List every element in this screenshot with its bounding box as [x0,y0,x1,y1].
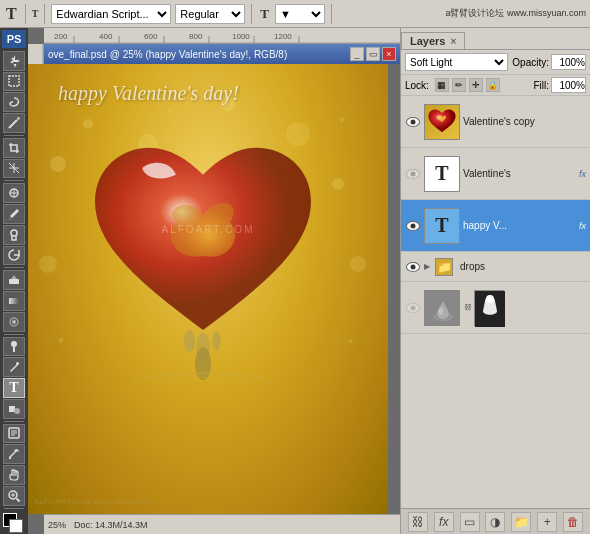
healing-brush-tool[interactable] [3,183,25,203]
tool-divider-6 [4,508,24,509]
layer-mask-btn[interactable]: ▭ [460,512,480,532]
fill-input[interactable] [551,77,586,93]
layer-thumb-1 [424,104,460,140]
doc-info: Doc: 14.3M/14.3M [74,520,148,530]
eraser-tool[interactable] [3,270,25,290]
lock-image-btn[interactable]: ✏ [452,78,466,92]
font-family-select[interactable]: Edwardian Script... [51,4,171,24]
svg-point-45 [350,256,366,272]
lock-all-btn[interactable]: 🔒 [486,78,500,92]
fg-bg-colors[interactable] [3,513,25,533]
layer-item-valentines-copy[interactable]: Valentine's copy [401,96,590,148]
adjustment-layer-btn[interactable]: ◑ [485,512,505,532]
layer-visibility-1[interactable] [405,114,421,130]
svg-point-15 [14,408,20,414]
lock-position-btn[interactable]: ✛ [469,78,483,92]
layer-thumb-3: T [424,208,460,244]
folder-arrow[interactable]: ▶ [424,262,430,271]
pen-tool[interactable] [3,357,25,377]
layer-item-drops[interactable]: ▶ 📁 drops [401,252,590,282]
zoom-tool[interactable] [3,486,25,506]
doc-restore-btn[interactable]: ▭ [366,47,380,61]
layer-visibility-5[interactable] [405,300,421,316]
shape-tool[interactable] [3,399,25,419]
canvas-area: 200 400 600 800 1000 1200 ove_final.ps [28,28,400,534]
text-tool-large-icon[interactable]: T [4,5,19,23]
svg-point-11 [11,341,17,347]
eyedropper-tool[interactable] [3,444,25,464]
svg-point-62 [486,295,494,303]
svg-point-54 [212,331,220,350]
blend-mode-select[interactable]: Soft Light [405,53,508,71]
layer-visibility-4[interactable] [405,259,421,275]
text-tool-small-icon[interactable]: T [32,8,39,19]
delete-layer-btn[interactable]: 🗑 [563,512,583,532]
layer-name-1: Valentine's copy [463,116,586,127]
opacity-row: Opacity: [512,54,586,70]
lock-row: Lock: ▦ ✏ ✛ 🔒 Fill: [401,75,590,96]
heart-container [58,114,348,384]
layer-name-4: drops [460,261,586,272]
svg-point-60 [438,307,443,314]
crop-tool[interactable] [3,138,25,158]
text-tool[interactable]: T [3,378,25,398]
hand-tool[interactable] [3,465,25,485]
svg-line-1 [9,120,17,128]
svg-point-10 [12,320,16,324]
gradient-tool[interactable] [3,291,25,311]
blur-tool[interactable] [3,312,25,332]
magic-wand-tool[interactable] [3,113,25,133]
status-bar: 25% Doc: 14.3M/14.3M [44,514,400,534]
layers-tab-bar: Layers × [401,28,590,50]
doc-minimize-btn[interactable]: _ [350,47,364,61]
tool-divider-1 [4,135,24,136]
new-group-btn[interactable]: 📁 [511,512,531,532]
toolbar-sep-2 [44,4,45,24]
layer-link-icon[interactable]: ⛓ [463,300,473,316]
layers-tab-close[interactable]: × [451,36,457,47]
fill-row: Fill: [533,77,586,93]
layers-list: Valentine's copy T Valentine's fx T [401,96,590,508]
doc-close-btn[interactable]: × [382,47,396,61]
layer-name-3: happy V... [463,220,576,231]
lock-label: Lock: [405,80,429,91]
brush-tool[interactable] [3,204,25,224]
eye-icon-2 [406,169,420,179]
dodge-tool[interactable] [3,337,25,357]
link-layers-btn[interactable]: ⛓ [408,512,428,532]
horizontal-ruler: 200 400 600 800 1000 1200 [44,28,400,44]
layers-tab[interactable]: Layers × [401,32,465,49]
svg-rect-0 [9,76,19,86]
main-area: PS [0,28,590,534]
layer-item-drop-img[interactable]: ⛓ [401,282,590,334]
svg-text:800: 800 [189,32,203,41]
layer-visibility-3[interactable] [405,218,421,234]
new-layer-btn[interactable]: + [537,512,557,532]
thumb-heart-img [425,105,459,139]
notes-tool[interactable] [3,424,25,444]
move-tool[interactable] [3,51,25,71]
background-color[interactable] [9,519,23,533]
svg-point-44 [39,255,57,273]
slice-tool[interactable] [3,159,25,179]
stamp-tool[interactable] [3,225,25,245]
toolbar-sep-1 [25,4,26,24]
history-brush-tool[interactable] [3,246,25,266]
lasso-tool[interactable] [3,92,25,112]
svg-point-6 [11,230,17,236]
opacity-input[interactable] [551,54,586,70]
selection-tool[interactable] [3,72,25,92]
eye-icon-3 [406,221,420,231]
thumb-t-blue: T [425,209,459,243]
lock-transparent-btn[interactable]: ▦ [435,78,449,92]
layer-item-valentines[interactable]: T Valentine's fx [401,148,590,200]
layers-bottom-bar: ⛓ fx ▭ ◑ 📁 + 🗑 [401,508,590,534]
layer-item-happy-v[interactable]: T happy V... fx [401,200,590,252]
font-size-select[interactable]: ▼ [275,4,325,24]
layer-style-btn[interactable]: fx [434,512,454,532]
font-size-icon: T [258,6,271,22]
svg-line-21 [17,498,20,501]
layer-visibility-2[interactable] [405,166,421,182]
font-style-select[interactable]: Regular [175,4,245,24]
svg-text:♥: ♥ [348,336,353,346]
